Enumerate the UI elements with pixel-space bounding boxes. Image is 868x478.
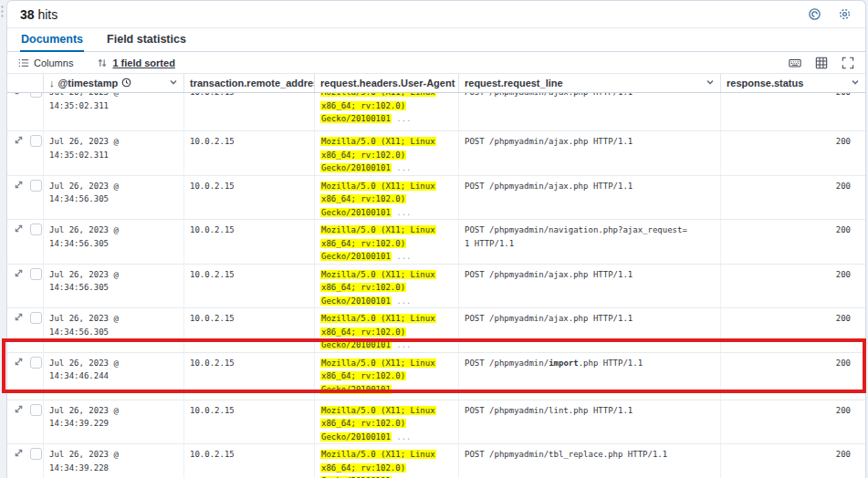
row-checkbox[interactable] xyxy=(30,135,42,147)
expand-document-button[interactable] xyxy=(14,448,24,459)
row-checkbox[interactable] xyxy=(30,223,42,235)
table-row: Jul 26, 2023 @ 14:34:46.244 10.0.2.15 Mo… xyxy=(7,353,865,400)
expand-document-button[interactable] xyxy=(14,180,24,191)
user-agent-cell: Mozilla/5.0 (X11; Linuxx86_64; rv:102.0)… xyxy=(315,131,459,175)
settings-button[interactable] xyxy=(837,6,852,22)
header-control-column xyxy=(7,74,44,92)
timestamp-cell: Jul 26, 2023 @ 14:34:39.228 xyxy=(44,444,184,478)
table-row: Jul 26, 2023 @ 14:34:56.305 10.0.2.15 Mo… xyxy=(7,308,865,353)
remote-address-cell: 10.0.2.15 xyxy=(184,308,315,352)
row-control-cell xyxy=(7,265,44,308)
column-header-remote-address[interactable]: transaction.remote_address xyxy=(184,74,315,92)
keyboard-shortcuts-button[interactable] xyxy=(789,57,801,69)
row-checkbox[interactable] xyxy=(30,268,42,280)
expand-icon xyxy=(14,135,24,145)
remote-address-cell: 10.0.2.15 xyxy=(184,265,315,308)
table-row: Jul 26, 2023 @ 14:34:39.229 10.0.2.15 Mo… xyxy=(7,400,865,445)
fullscreen-icon xyxy=(842,57,854,69)
timestamp-cell: Jul 26, 2023 @ 14:34:39.229 xyxy=(44,400,184,444)
column-label: request.request_line xyxy=(465,78,563,88)
expand-document-button[interactable] xyxy=(14,268,24,279)
user-agent-cell: Mozilla/5.0 (X11; Linuxx86_64; rv:102.0)… xyxy=(315,308,459,352)
expand-document-button[interactable] xyxy=(14,223,24,234)
expand-icon xyxy=(14,268,24,278)
table-row: Jul 26, 2023 @ 14:34:56.305 10.0.2.15 Mo… xyxy=(7,265,865,309)
request-line-cell: POST /phpmyadmin/navigation.php?ajax_req… xyxy=(459,220,721,264)
hits-summary: 38 hits xyxy=(20,7,58,22)
row-control-cell xyxy=(7,308,44,352)
timestamp-cell: Jul 26, 2023 @ 14:34:56.305 xyxy=(44,265,184,308)
expand-icon xyxy=(14,404,24,414)
timestamp-cell: Jul 26, 2023 @ 14:35:02.311 xyxy=(44,131,184,175)
column-header-user-agent[interactable]: request.headers.User-Agent xyxy=(315,74,459,92)
fullscreen-button[interactable] xyxy=(842,57,854,69)
row-checkbox[interactable] xyxy=(30,448,42,460)
grid-toolbar: Columns 1 field sorted xyxy=(7,52,865,74)
panel-drag-handle[interactable] xyxy=(1,5,4,17)
column-header-response-status[interactable]: response.status xyxy=(721,74,865,92)
expand-document-button[interactable] xyxy=(14,93,24,97)
expand-document-button[interactable] xyxy=(14,135,24,146)
inspect-icon xyxy=(808,7,821,21)
column-header-request-line[interactable]: request.request_line xyxy=(459,74,721,92)
column-header-timestamp[interactable]: ↓ @timestamp xyxy=(44,74,184,92)
expand-icon xyxy=(14,223,24,234)
gear-icon xyxy=(838,7,852,21)
expand-document-button[interactable] xyxy=(14,357,24,368)
user-agent-cell: Mozilla/5.0 (X11; Linuxx86_64; rv:102.0)… xyxy=(315,220,459,264)
inspect-button[interactable] xyxy=(807,6,822,22)
response-status-cell: 200 xyxy=(721,176,865,220)
tab-documents-label: Documents xyxy=(21,33,83,46)
response-status-cell: 200 xyxy=(721,353,865,400)
request-line-cell: POST /phpmyadmin/tbl_replace.php HTTP/1.… xyxy=(459,444,721,478)
table-body: Jul 26, 2023 @ 14:35:02.311 10.0.2.15 Mo… xyxy=(7,93,865,478)
remote-address-cell: 10.0.2.15 xyxy=(184,131,315,175)
row-checkbox[interactable] xyxy=(30,93,42,98)
expand-icon xyxy=(14,312,24,322)
table-row: Jul 26, 2023 @ 14:35:02.311 10.0.2.15 Mo… xyxy=(7,93,865,131)
column-menu-chevron-icon[interactable] xyxy=(706,78,715,88)
hits-label: hits xyxy=(37,7,58,22)
user-agent-cell: Mozilla/5.0 (X11; Linuxx86_64; rv:102.0)… xyxy=(315,265,459,308)
response-status-cell: 200 xyxy=(721,131,865,175)
display-options-button[interactable] xyxy=(815,57,828,69)
expand-icon xyxy=(14,448,24,458)
remote-address-cell: 10.0.2.15 xyxy=(184,353,315,400)
request-line-cell: POST /phpmyadmin/ajax.php HTTP/1.1 xyxy=(459,265,721,308)
expand-icon xyxy=(14,180,24,190)
row-checkbox[interactable] xyxy=(30,404,42,416)
row-checkbox[interactable] xyxy=(30,357,42,369)
grid-icon xyxy=(815,57,828,69)
table-row: Jul 26, 2023 @ 14:34:56.305 10.0.2.15 Mo… xyxy=(7,220,865,265)
timestamp-cell: Jul 26, 2023 @ 14:34:46.244 xyxy=(44,353,184,400)
row-checkbox[interactable] xyxy=(30,312,42,324)
columns-label: Columns xyxy=(34,57,73,68)
columns-button[interactable]: Columns xyxy=(18,57,73,68)
table-row: Jul 26, 2023 @ 14:34:56.305 10.0.2.15 Mo… xyxy=(7,176,865,221)
timestamp-cell: Jul 26, 2023 @ 14:35:02.311 xyxy=(44,93,184,130)
timestamp-cell: Jul 26, 2023 @ 14:34:56.305 xyxy=(44,308,184,352)
row-checkbox[interactable] xyxy=(30,180,42,192)
expand-document-button[interactable] xyxy=(14,404,24,415)
columns-list-icon xyxy=(18,57,29,68)
column-menu-chevron-icon[interactable] xyxy=(851,78,860,88)
request-line-cell: POST /phpmyadmin/ajax.php HTTP/1.1 xyxy=(459,176,721,220)
tab-documents[interactable]: Documents xyxy=(20,28,84,51)
column-menu-chevron-icon[interactable] xyxy=(169,78,178,88)
request-line-cell: POST /phpmyadmin/ajax.php HTTP/1.1 xyxy=(459,308,721,352)
clock-icon xyxy=(121,78,131,89)
table-row: Jul 26, 2023 @ 14:34:39.228 10.0.2.15 Mo… xyxy=(7,444,865,478)
tab-field-statistics[interactable]: Field statistics xyxy=(106,28,187,51)
remote-address-cell: 10.0.2.15 xyxy=(184,444,315,478)
request-line-cell: POST /phpmyadmin/import.php HTTP/1.1 xyxy=(459,353,721,400)
panel-header: 38 hits xyxy=(7,1,865,28)
request-line-cell: POST /phpmyadmin/lint.php HTTP/1.1 xyxy=(459,400,721,444)
response-status-cell: 200 xyxy=(721,444,865,478)
row-control-cell xyxy=(7,400,44,444)
expand-document-button[interactable] xyxy=(14,312,24,323)
sort-fields-button[interactable]: 1 field sorted xyxy=(97,57,174,68)
row-control-cell xyxy=(7,220,44,264)
response-status-cell: 200 xyxy=(721,220,865,264)
column-label: request.headers.User-Agent xyxy=(320,78,455,88)
sort-desc-icon: ↓ xyxy=(49,78,55,88)
